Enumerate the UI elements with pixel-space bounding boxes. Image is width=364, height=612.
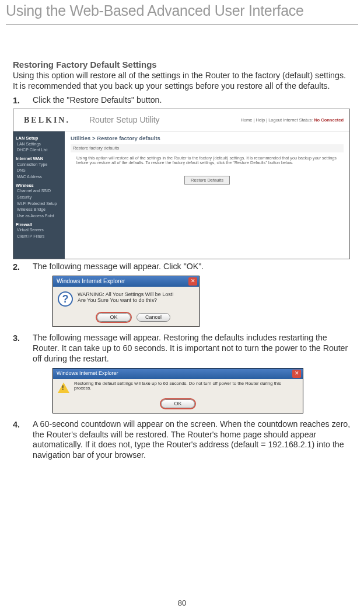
dialog-message: WARNING: All Your Settings Will be Lost!… [78,291,174,304]
sidebar-item[interactable]: DHCP Client List [16,147,62,154]
intro-paragraph: Using this option will restore all of th… [13,71,351,92]
dialog-titlebar: Windows Internet Explorer ✕ [53,368,303,379]
step-2-text: The following message will appear. Click… [33,262,204,271]
dialog-buttons: OK Cancel [53,309,199,326]
close-icon[interactable]: ✕ [292,370,301,378]
dialog-buttons: OK [53,395,303,413]
router-header: BELKIN. Router Setup Utility Home | Help… [13,109,349,131]
router-screenshot: BELKIN. Router Setup Utility Home | Help… [13,109,350,259]
sidebar-cat-lan: LAN Setup [16,135,62,141]
sidebar-item[interactable]: Security [16,194,62,201]
page-title: Using the Web-Based Advanced User Interf… [0,0,364,24]
dialog-message: Restoring the default settings will take… [74,381,298,392]
ok-button[interactable]: OK [161,399,195,408]
title-rule [6,24,358,25]
sidebar-item[interactable]: DNS [16,168,62,174]
confirm-dialog: Windows Internet Explorer ✕ ? WARNING: A… [52,276,200,327]
dialog-title: Windows Internet Explorer [57,370,118,377]
sidebar-cat-wan: Internet WAN [16,156,62,161]
sidebar-item[interactable]: LAN Settings [16,141,62,148]
question-icon: ? [58,291,73,307]
cancel-button[interactable]: Cancel [136,313,170,322]
step-1-text: Click the "Restore Defaults" button. [33,95,162,105]
dialog-title: Windows Internet Explorer [57,278,125,286]
warning-icon [58,382,69,393]
ok-button[interactable]: OK [97,313,131,322]
dialog-body: ? WARNING: All Your Settings Will be Los… [53,287,199,309]
router-utility-title: Router Setup Utility [89,115,160,126]
sidebar-item[interactable]: Wi-Fi Protected Setup [16,201,62,207]
sidebar-item[interactable]: Virtual Servers [16,227,62,234]
step-3-text: The following message will appear. Resto… [33,333,348,363]
sidebar-item[interactable]: Client IP Filters [16,234,62,240]
step-3: The following message will appear. Resto… [13,333,351,413]
restore-subheader: Restore factory defaults [71,144,344,152]
step-4: A 60-second countdown will appear on the… [13,419,351,461]
close-icon[interactable]: ✕ [188,277,197,286]
page-number: 80 [0,599,364,607]
section-heading: Restoring Factory Default Settings [13,60,351,69]
steps-list: Click the "Restore Defaults" button. BEL… [13,95,351,461]
step-2: The following message will appear. Click… [13,262,351,327]
sidebar-item[interactable]: MAC Address [16,174,62,180]
restore-description: Using this option will restore all of th… [71,155,344,171]
header-links-text: Home | Help | Logout Internet Status: [241,117,313,123]
sidebar-cat-firewall: Firewall [16,222,62,227]
content-area: Restoring Factory Default Settings Using… [0,60,364,461]
restore-defaults-button[interactable]: Restore Defaults [184,176,230,185]
sidebar-cat-wireless: Wireless [16,183,62,188]
internet-status: No Connected [314,117,344,123]
dialog-body: Restoring the default settings will take… [53,379,303,395]
sidebar-item[interactable]: Use as Access Point [16,213,62,220]
sidebar-item[interactable]: Wireless Bridge [16,207,62,213]
router-body: LAN Setup LAN Settings DHCP Client List … [13,131,349,259]
belkin-logo: BELKIN. [13,115,89,126]
router-sidebar: LAN Setup LAN Settings DHCP Client List … [13,131,65,259]
step-1: Click the "Restore Defaults" button. BEL… [13,95,351,260]
info-dialog: Windows Internet Explorer ✕ Restoring th… [52,368,303,413]
breadcrumb: Utilities > Restore factory defaults [71,135,344,142]
router-main: Utilities > Restore factory defaults Res… [65,131,349,259]
sidebar-item[interactable]: Channel and SSID [16,188,62,194]
restore-button-row: Restore Defaults [71,176,344,185]
sidebar-item[interactable]: Connection Type [16,162,62,168]
router-header-links: Home | Help | Logout Internet Status: No… [241,117,350,123]
dialog-titlebar: Windows Internet Explorer ✕ [53,276,199,287]
step-4-text: A 60-second countdown will appear on the… [33,419,350,460]
